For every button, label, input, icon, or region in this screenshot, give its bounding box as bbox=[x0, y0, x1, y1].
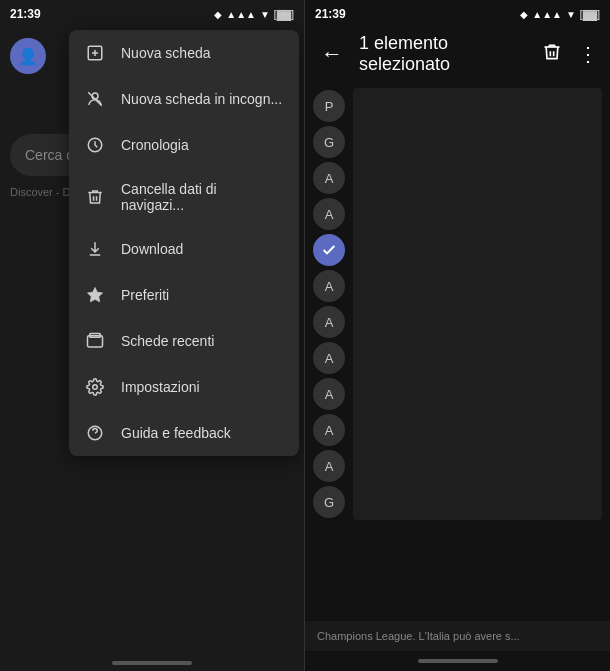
bottom-pill bbox=[112, 661, 192, 665]
list-item[interactable]: A bbox=[313, 306, 345, 338]
menu-item-download[interactable]: Download bbox=[69, 226, 299, 272]
menu-item-impostazioni[interactable]: Impostazioni bbox=[69, 364, 299, 410]
bluetooth-icon: ◆ bbox=[214, 9, 222, 20]
list-item[interactable]: A bbox=[313, 378, 345, 410]
help-icon bbox=[85, 423, 105, 443]
news-text: Champions League. L'Italia può avere s..… bbox=[317, 630, 520, 642]
menu-item-guida-feedback[interactable]: Guida e feedback bbox=[69, 410, 299, 456]
settings-icon bbox=[85, 377, 105, 397]
list-item[interactable]: A bbox=[313, 162, 345, 194]
content-area bbox=[353, 88, 602, 520]
right-signal-icon: ▲▲▲ bbox=[532, 9, 562, 20]
new-tab-icon bbox=[85, 43, 105, 63]
right-bluetooth-icon: ◆ bbox=[520, 9, 528, 20]
right-panel: 21:39 ◆ ▲▲▲ ▼ [▓▓] ← 1 elemento selezion… bbox=[305, 0, 610, 671]
list-item[interactable]: P bbox=[313, 90, 345, 122]
clear-data-icon bbox=[85, 187, 105, 207]
svg-marker-6 bbox=[88, 288, 103, 302]
menu-label-cronologia: Cronologia bbox=[121, 137, 189, 153]
recent-tabs-icon bbox=[85, 331, 105, 351]
list-item[interactable]: A bbox=[313, 414, 345, 446]
right-status-bar: 21:39 ◆ ▲▲▲ ▼ [▓▓] bbox=[305, 0, 610, 28]
menu-item-cancella-dati[interactable]: Cancella dati di navigazi... bbox=[69, 168, 299, 226]
right-bottom-bar bbox=[305, 651, 610, 671]
signal-icon: ▲▲▲ bbox=[226, 9, 256, 20]
right-status-icons: ◆ ▲▲▲ ▼ [▓▓] bbox=[520, 9, 600, 20]
header-title: 1 elemento selezionato bbox=[359, 33, 530, 75]
left-status-icons: ◆ ▲▲▲ ▼ [▓▓] bbox=[214, 9, 294, 20]
svg-point-9 bbox=[93, 385, 98, 390]
right-wifi-icon: ▼ bbox=[566, 9, 576, 20]
download-icon bbox=[85, 239, 105, 259]
left-status-time: 21:39 bbox=[10, 7, 41, 21]
right-battery-icon: [▓▓] bbox=[580, 9, 600, 20]
menu-label-cancella-dati: Cancella dati di navigazi... bbox=[121, 181, 283, 213]
menu-label-nuova-scheda: Nuova scheda bbox=[121, 45, 211, 61]
left-panel: 21:39 ◆ ▲▲▲ ▼ [▓▓] 👤 ( Cerca o digita...… bbox=[0, 0, 305, 671]
avatar-icon: 👤 bbox=[18, 47, 38, 66]
wifi-icon: ▼ bbox=[260, 9, 270, 20]
menu-label-schede-recenti: Schede recenti bbox=[121, 333, 214, 349]
delete-button[interactable] bbox=[538, 38, 566, 71]
left-bottom-bar bbox=[0, 661, 304, 665]
list-item[interactable]: A bbox=[313, 198, 345, 230]
menu-label-incognito: Nuova scheda in incogn... bbox=[121, 91, 282, 107]
menu-item-cronologia[interactable]: Cronologia bbox=[69, 122, 299, 168]
list-item[interactable]: G bbox=[313, 486, 345, 518]
back-button[interactable]: ← bbox=[313, 37, 351, 71]
menu-item-preferiti[interactable]: Preferiti bbox=[69, 272, 299, 318]
header-icons: ⋮ bbox=[538, 38, 602, 71]
history-icon bbox=[85, 135, 105, 155]
menu-label-guida-feedback: Guida e feedback bbox=[121, 425, 231, 441]
left-status-bar: 21:39 ◆ ▲▲▲ ▼ [▓▓] bbox=[0, 0, 304, 28]
menu-label-impostazioni: Impostazioni bbox=[121, 379, 200, 395]
right-header: ← 1 elemento selezionato ⋮ bbox=[305, 28, 610, 80]
list-item-selected[interactable]: A bbox=[313, 234, 345, 266]
bottom-news-bar: Champions League. L'Italia può avere s..… bbox=[305, 621, 610, 651]
svg-line-4 bbox=[88, 92, 102, 106]
incognito-icon bbox=[85, 89, 105, 109]
list-item[interactable]: A bbox=[313, 450, 345, 482]
menu-item-nuova-scheda[interactable]: Nuova scheda bbox=[69, 30, 299, 76]
dropdown-menu: Nuova scheda Nuova scheda in incogn... C… bbox=[69, 30, 299, 456]
more-options-button[interactable]: ⋮ bbox=[574, 38, 602, 70]
menu-label-download: Download bbox=[121, 241, 183, 257]
menu-item-schede-recenti[interactable]: Schede recenti bbox=[69, 318, 299, 364]
letter-column: P G A A A A bbox=[305, 84, 353, 524]
right-status-time: 21:39 bbox=[315, 7, 346, 21]
menu-item-incognito[interactable]: Nuova scheda in incogn... bbox=[69, 76, 299, 122]
favorites-icon bbox=[85, 285, 105, 305]
menu-label-preferiti: Preferiti bbox=[121, 287, 169, 303]
battery-icon: [▓▓] bbox=[274, 9, 294, 20]
alphabet-list: P G A A A A bbox=[305, 80, 610, 621]
checkmark-icon bbox=[321, 242, 337, 258]
right-bottom-pill bbox=[418, 659, 498, 663]
list-item[interactable]: A bbox=[313, 342, 345, 374]
list-container: P G A A A A bbox=[305, 80, 610, 524]
list-item[interactable]: G bbox=[313, 126, 345, 158]
list-item[interactable]: A bbox=[313, 270, 345, 302]
avatar[interactable]: 👤 bbox=[10, 38, 46, 74]
